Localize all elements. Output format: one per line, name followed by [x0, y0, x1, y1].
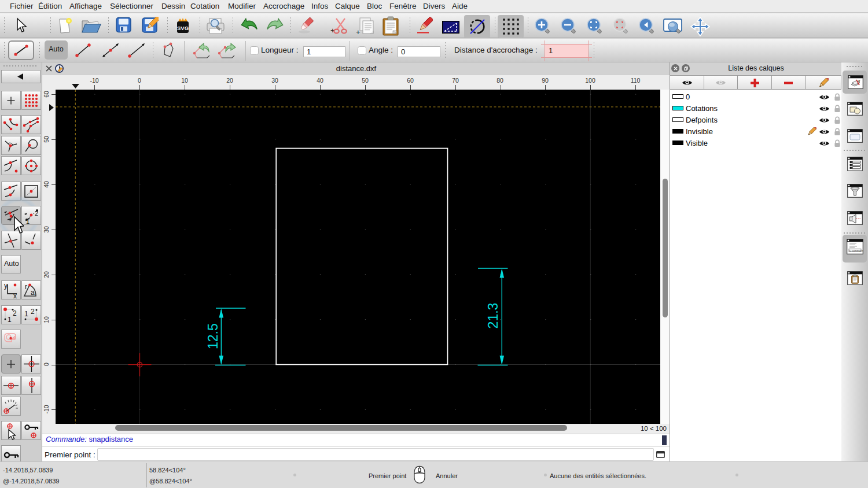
svg-text:C command: C command	[849, 249, 863, 252]
svg-text:21.3: 21.3	[486, 303, 501, 329]
svg-text:1: 1	[26, 218, 30, 224]
svg-text:1: 1	[8, 316, 12, 323]
svg-text:2: 2	[31, 308, 35, 316]
svg-text:y: y	[4, 282, 8, 290]
svg-text:1: 1	[24, 310, 28, 318]
svg-text:2: 2	[35, 210, 38, 217]
svg-text:r: r	[25, 283, 27, 291]
svg-text:x: x	[13, 292, 17, 298]
svg-text:12.5: 12.5	[205, 323, 220, 349]
svg-text:2: 2	[13, 309, 17, 317]
svg-text:+: +	[356, 28, 361, 36]
svg-text:a: a	[31, 289, 35, 297]
svg-text:SVG: SVG	[177, 25, 189, 31]
